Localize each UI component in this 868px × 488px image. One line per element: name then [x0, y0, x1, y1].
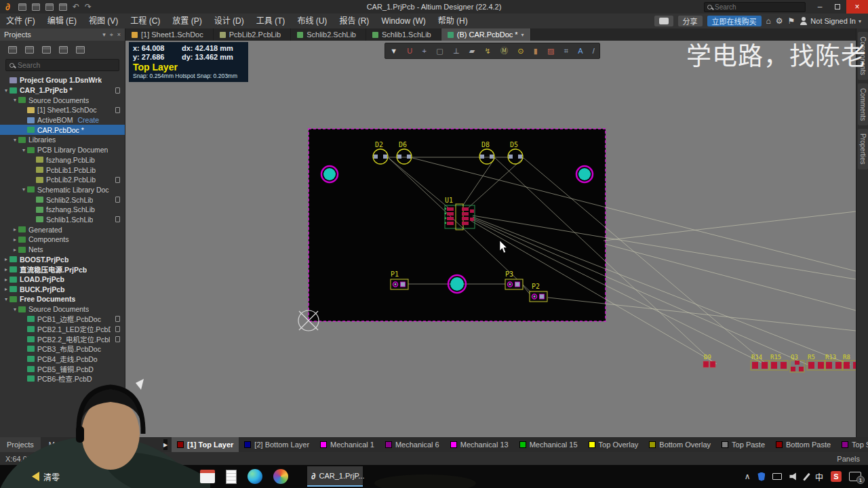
layer-tab[interactable]: [2] Bottom Layer [239, 437, 315, 452]
tree-item[interactable]: fszhang.PcbLib [0, 155, 125, 165]
document-tab[interactable]: [1] Sheet1.SchDoc [125, 28, 214, 41]
flag-icon[interactable]: ⚑ [788, 16, 795, 26]
document-tab[interactable]: Schlib1.SchLib [366, 28, 441, 41]
active-task-button[interactable]: ∂ CAR_1.PrjP... [307, 466, 363, 487]
expand-arrow-icon[interactable]: ▸ [12, 226, 18, 232]
tree-item[interactable]: PCB3_布局.PcbDoc [0, 344, 125, 354]
polygon-icon[interactable]: ▰ [469, 47, 475, 55]
bottom-tab-projects[interactable]: Projects [0, 437, 41, 452]
selection-icon[interactable]: ▢ [436, 47, 443, 55]
projects-search-input[interactable] [18, 61, 106, 69]
menu-item[interactable]: 布线 (U) [291, 14, 333, 28]
menu-item[interactable]: 工程 (C) [124, 14, 166, 28]
expand-arrow-icon[interactable]: ▸ [12, 247, 18, 253]
layer-tab[interactable]: Top Solder [836, 437, 868, 452]
layer-tab[interactable]: Mechanical 6 [380, 437, 445, 452]
pin-icon[interactable]: ⊙ [517, 47, 524, 55]
document-tab[interactable]: Schlib2.SchLib [291, 28, 366, 41]
buy-online-button[interactable]: 立即在线购买 [707, 16, 762, 26]
tree-item[interactable]: PCB5_铺铜.PcbD [0, 364, 125, 374]
tree-item[interactable]: ▸ LOAD.PrjPcb [0, 274, 125, 285]
tree-item[interactable]: PcbLib1.PcbLib [0, 165, 125, 175]
paint-app-icon[interactable] [273, 469, 288, 484]
pcb-layout[interactable]: D2 D6 D8 D5 [125, 41, 856, 437]
menu-item[interactable]: 工具 (T) [250, 14, 292, 28]
component-r15[interactable]: R15 [770, 354, 788, 370]
component-q3[interactable]: Q3 [790, 354, 804, 372]
tree-item[interactable]: [1] Sheet1.SchDoc [0, 105, 125, 115]
menu-item[interactable]: 报告 (R) [333, 14, 375, 28]
component-r8[interactable]: R8 [842, 354, 856, 370]
layer-tab[interactable]: Top Overlay [583, 437, 644, 452]
tree-item[interactable]: ActiveBOM Create [0, 115, 125, 125]
component-r5[interactable]: R5 [807, 354, 825, 370]
tree-item[interactable]: ▸ Nets [0, 245, 125, 255]
expand-arrow-icon[interactable]: ▾ [12, 97, 18, 103]
tree-item[interactable]: ▾ Free Documents [0, 294, 125, 304]
tree-item[interactable]: Schlib2.SchLib [0, 195, 125, 205]
gear-icon[interactable]: ⚙ [776, 16, 783, 26]
expand-arrow-icon[interactable]: ▸ [12, 237, 18, 243]
panels-button[interactable]: Panels [837, 455, 868, 463]
tray-chevron-icon[interactable]: ∧ [745, 472, 751, 481]
layer-tab[interactable]: [1] Top Layer [172, 437, 239, 452]
layer-tab[interactable]: Top Paste [716, 437, 770, 452]
filter-icon[interactable]: ▼ [390, 47, 397, 55]
tree-item[interactable]: CAR.PcbDoc * [0, 125, 125, 135]
tree-item[interactable]: PCB4_走线.PcbDo [0, 354, 125, 364]
undo-icon[interactable]: ↶ [73, 2, 79, 12]
magnet-icon[interactable]: U [407, 47, 412, 55]
dimension-icon[interactable]: ⌗ [564, 47, 568, 55]
redo-icon[interactable]: ↷ [85, 2, 92, 12]
share-button[interactable]: 分享 [678, 16, 703, 26]
ime-language-indicator[interactable]: 中 [815, 471, 823, 483]
tree-item[interactable]: PCB6-检查.PcbD [0, 374, 125, 384]
global-search-box[interactable] [704, 2, 806, 12]
measure-icon[interactable]: ⊥ [453, 47, 460, 55]
open-icon[interactable] [45, 3, 54, 11]
menu-item[interactable]: 放置 (P) [166, 14, 208, 28]
sign-in-button[interactable]: Not Signed In ▾ [800, 17, 861, 25]
pcb-editor-canvas[interactable]: D2 D6 D8 D5 [125, 41, 856, 437]
panel-pin-icon[interactable]: ⌖ [110, 31, 113, 39]
notepad-icon[interactable] [226, 470, 237, 484]
expand-arrow-icon[interactable]: ▾ [12, 306, 18, 312]
document-tab[interactable]: PcbLib2.PcbLib [214, 28, 291, 41]
tree-item[interactable]: ▾ Libraries [0, 135, 125, 145]
tree-item[interactable]: ▾ Schematic Library Doc [0, 185, 125, 195]
tree-item[interactable]: ▾ Source Documents [0, 304, 125, 314]
text-icon[interactable]: A [578, 47, 583, 55]
via-icon[interactable]: Ⓜ [500, 47, 508, 55]
expand-arrow-icon[interactable]: ▾ [3, 296, 9, 302]
tree-item[interactable]: Schlib1.SchLib [0, 215, 125, 225]
menu-item[interactable]: 编辑 (E) [41, 14, 83, 28]
menu-item[interactable]: Window (W) [375, 14, 431, 28]
tree-item[interactable]: PcbLib2.PcbLib [0, 175, 125, 185]
close-button[interactable]: × [846, 0, 868, 14]
tree-item[interactable]: ▾ PCB Library Documen [0, 145, 125, 155]
panel-dropdown-icon[interactable]: ▾ [102, 31, 106, 39]
tree-item[interactable]: PCB1_边框.PcbDoc [0, 314, 125, 325]
projects-search-box[interactable] [5, 59, 119, 71]
tree-item[interactable]: ▸ BOOST.PrjPcb [0, 254, 125, 264]
expand-arrow-icon[interactable]: ▸ [3, 266, 9, 272]
tree-item[interactable]: ▸ Components [0, 235, 125, 245]
notification-center-icon[interactable]: 1 [849, 472, 861, 481]
maximize-button[interactable] [829, 0, 846, 14]
home-icon[interactable]: ⌂ [766, 16, 771, 26]
tree-item[interactable]: fszhang.SchLib [0, 205, 125, 215]
folder-icon[interactable] [42, 46, 51, 54]
tree-item[interactable]: PCB2.1_LED定位.PcbD [0, 324, 125, 334]
component-d9[interactable]: D9 [703, 354, 715, 367]
panel-tab[interactable]: Comments [858, 83, 868, 125]
panel-tab[interactable]: Properties [858, 129, 868, 169]
edge-browser-icon[interactable] [248, 469, 262, 484]
move-icon[interactable]: + [422, 47, 427, 55]
volume-icon[interactable] [789, 472, 798, 481]
open-project-icon[interactable] [59, 3, 67, 11]
panel-close-icon[interactable]: × [117, 31, 121, 39]
annotation-tool[interactable]: 清零 [27, 471, 60, 483]
menu-item[interactable]: 视图 (V) [83, 14, 124, 28]
menu-item[interactable]: 设计 (D) [208, 14, 250, 28]
tree-item-action[interactable]: Create [78, 116, 100, 124]
